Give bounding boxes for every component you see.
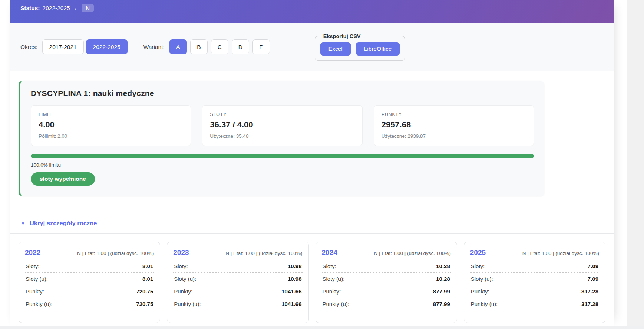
year-rows: Sloty: 8.01 Sloty (u): 8.01 Punkty: 720.…	[25, 260, 154, 310]
year-card: 2025 N | Etat: 1.00 | (udział dysc. 100%…	[464, 242, 605, 323]
year-card-header: 2024 N | Etat: 1.00 | (udział dysc. 100%…	[322, 249, 451, 257]
export-button-group: Excel LibreOffice	[320, 42, 400, 56]
year-stat-value: 8.01	[142, 276, 153, 282]
export-button[interactable]: LibreOffice	[356, 42, 400, 56]
limit-percent-label: 100.0% limitu	[31, 162, 534, 168]
toggle-yearly-details-link[interactable]: ▼ Ukryj szczegóły roczne	[21, 220, 97, 227]
year-meta: N | Etat: 1.00 | (udział dysc. 100%)	[77, 250, 154, 256]
stat-value: 36.37 / 4.00	[210, 120, 354, 130]
slots-filled-badge: sloty wypełnione	[31, 172, 95, 186]
year-stat-label: Punkty (u):	[26, 301, 53, 307]
year-stat-label: Punkty:	[471, 288, 489, 295]
wariant-button[interactable]: C	[211, 39, 228, 54]
toolbar: Okres: 2017-2021 2022-2025 Wariant: A B …	[10, 23, 614, 71]
year-card-header: 2025 N | Etat: 1.00 | (udział dysc. 100%…	[470, 249, 599, 257]
year-meta: N | Etat: 1.00 | (udział dysc. 100%)	[522, 250, 599, 256]
year-stat-label: Punkty:	[174, 288, 192, 295]
export-csv-legend: Eksportuj CSV	[321, 33, 363, 39]
export-csv-fieldset: Eksportuj CSV Excel LibreOffice	[315, 33, 406, 61]
toggle-yearly-details-label: Ukryj szczegóły roczne	[30, 220, 97, 227]
year-stat-value: 7.09	[588, 263, 598, 269]
year-stat-label: Punkty (u):	[323, 301, 350, 307]
year-stat-value: 10.28	[436, 276, 450, 282]
bottom-edge-strip	[0, 326, 644, 329]
year-stat-value: 10.98	[288, 276, 302, 282]
year-stat-value: 877.99	[433, 288, 450, 295]
year-stat-row: Punkty (u): 1041.66	[173, 298, 302, 310]
wariant-button[interactable]: B	[190, 39, 208, 54]
year-stat-label: Sloty (u):	[174, 276, 196, 282]
triangle-down-icon: ▼	[21, 221, 25, 226]
year-stat-row: Punkty: 720.75	[25, 285, 154, 298]
scrollbar-gutter[interactable]	[627, 0, 644, 329]
year-label: 2023	[173, 249, 189, 257]
year-stat-value: 720.75	[136, 288, 153, 295]
year-stat-value: 10.28	[436, 263, 450, 269]
year-card: 2024 N | Etat: 1.00 | (udział dysc. 100%…	[316, 242, 457, 323]
year-stat-value: 317.28	[581, 288, 598, 295]
wariant-button[interactable]: E	[252, 39, 270, 54]
export-button[interactable]: Excel	[320, 42, 351, 56]
year-stat-label: Punkty (u):	[174, 301, 201, 307]
wariant-button[interactable]: A	[169, 39, 187, 54]
stat-box: PUNKTY 2957.68 Użyteczne: 2939.87	[374, 105, 534, 146]
year-label: 2024	[322, 249, 337, 257]
year-stat-value: 7.09	[588, 276, 598, 282]
limit-progress-bar	[31, 154, 534, 158]
main-container: Status: 2022-2025 → N Okres: 2017-2021 2…	[10, 0, 614, 326]
year-stat-row: Punkty: 877.99	[322, 285, 451, 298]
stat-sub-value: Użyteczne: 35.48	[210, 133, 354, 139]
limit-progress-fill	[31, 154, 534, 158]
year-stat-label: Punkty:	[26, 288, 44, 295]
year-stat-row: Sloty (u): 7.09	[470, 272, 599, 285]
year-rows: Sloty: 7.09 Sloty (u): 7.09 Punkty: 317.…	[470, 260, 599, 310]
year-label: 2022	[25, 249, 40, 257]
year-stat-value: 720.75	[136, 301, 153, 307]
year-stat-label: Sloty:	[174, 263, 188, 269]
year-stat-label: Sloty (u):	[26, 276, 48, 282]
year-rows: Sloty: 10.28 Sloty (u): 10.28 Punkty: 87…	[322, 260, 451, 310]
period-button[interactable]: 2022-2025	[86, 39, 128, 54]
year-meta: N | Etat: 1.00 | (udział dysc. 100%)	[225, 250, 302, 256]
year-stat-value: 1041.66	[281, 301, 301, 307]
year-stat-value: 317.28	[581, 301, 598, 307]
year-stat-row: Sloty (u): 8.01	[25, 272, 154, 285]
year-card-header: 2023 N | Etat: 1.00 | (udział dysc. 100%…	[173, 249, 302, 257]
wariant-button[interactable]: D	[232, 39, 249, 54]
status-bar: Status: 2022-2025 → N	[10, 0, 614, 23]
status-period-value: 2022-2025 →	[43, 5, 77, 11]
stat-label: SLOTY	[210, 112, 354, 117]
year-stat-row: Sloty: 10.28	[322, 260, 451, 272]
discipline-card: DYSCYPLINA 1: nauki medyczne LIMIT 4.00 …	[19, 81, 544, 196]
year-meta: N | Etat: 1.00 | (udział dysc. 100%)	[374, 250, 450, 256]
year-card: 2023 N | Etat: 1.00 | (udział dysc. 100%…	[167, 242, 308, 323]
year-label: 2025	[470, 249, 486, 257]
year-stat-row: Sloty: 7.09	[470, 260, 599, 272]
divider	[10, 213, 614, 213]
stat-sub-value: Półlimit: 2.00	[39, 133, 183, 139]
year-card: 2022 N | Etat: 1.00 | (udział dysc. 100%…	[19, 242, 160, 323]
year-stat-row: Sloty (u): 10.98	[173, 272, 302, 285]
year-stat-label: Sloty:	[26, 263, 40, 269]
stat-box-row: LIMIT 4.00 Półlimit: 2.00 SLOTY 36.37 / …	[31, 105, 534, 146]
year-stat-row: Punkty: 1041.66	[173, 285, 302, 298]
divider	[10, 233, 614, 234]
year-stat-label: Sloty (u):	[323, 276, 345, 282]
year-stat-row: Punkty (u): 317.28	[470, 298, 599, 310]
period-button-group: 2017-2021 2022-2025	[42, 39, 130, 54]
page: Status: 2022-2025 → N Okres: 2017-2021 2…	[0, 0, 644, 329]
stat-value: 4.00	[39, 120, 183, 130]
year-stat-row: Punkty (u): 877.99	[322, 298, 451, 310]
wariant-button-group: A B C D E	[169, 39, 273, 54]
year-stat-label: Punkty (u):	[471, 301, 498, 307]
stat-label: LIMIT	[39, 112, 183, 117]
year-stat-value: 1041.66	[281, 288, 301, 295]
stat-box: LIMIT 4.00 Półlimit: 2.00	[31, 105, 191, 146]
period-button[interactable]: 2017-2021	[42, 39, 84, 54]
year-stat-label: Sloty:	[323, 263, 337, 269]
status-label: Status:	[20, 5, 40, 11]
year-stat-row: Sloty: 10.98	[173, 260, 302, 272]
stat-box: SLOTY 36.37 / 4.00 Użyteczne: 35.48	[202, 105, 362, 146]
stat-label: PUNKTY	[382, 112, 526, 117]
status-badge: N	[82, 4, 93, 13]
